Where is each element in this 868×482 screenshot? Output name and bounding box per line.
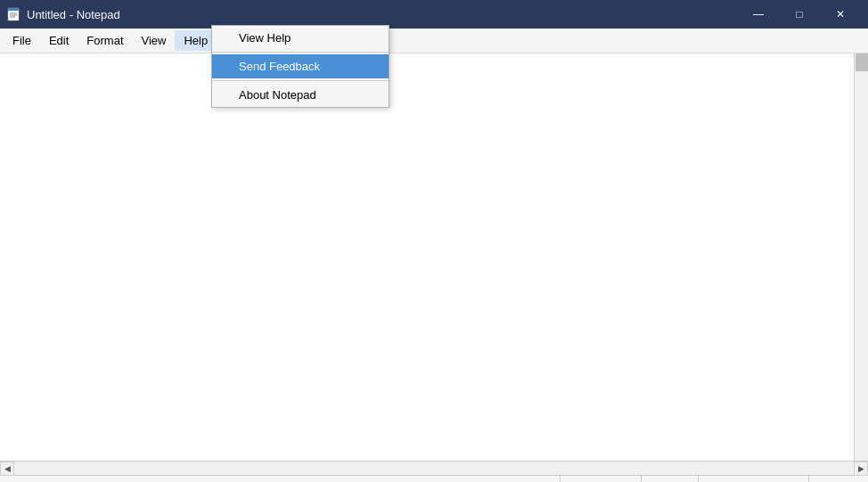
title-bar-left: Untitled - Notepad [7, 7, 120, 21]
menu-send-feedback[interactable]: Send Feedback [212, 54, 389, 78]
dropdown-divider-2 [212, 80, 389, 81]
status-line-ending: Windows (CRLF) [698, 476, 808, 482]
status-position: Ln 1, Col 1 [560, 476, 641, 482]
menu-view-help[interactable]: View Help [212, 26, 389, 50]
title-bar-controls: — □ ✕ [738, 0, 861, 29]
menu-item-edit[interactable]: Edit [40, 30, 78, 51]
horizontal-scrollbar-track[interactable] [14, 462, 854, 475]
status-encoding: UTF-8 [808, 476, 868, 482]
menu-bar: File Edit Format View Help [0, 29, 868, 53]
scroll-left-button[interactable]: ◀ [0, 462, 14, 476]
close-button[interactable]: ✕ [820, 0, 861, 29]
status-bar: Ln 1, Col 1 100% Windows (CRLF) UTF-8 [0, 475, 868, 482]
menu-item-format[interactable]: Format [78, 30, 132, 51]
horizontal-scrollbar: ◀ ▶ [0, 461, 868, 475]
vertical-scrollbar[interactable] [854, 53, 868, 461]
vertical-scrollbar-thumb[interactable] [856, 53, 868, 71]
svg-rect-1 [8, 8, 19, 11]
dropdown-divider [212, 52, 389, 53]
status-zoom: 100% [641, 476, 698, 482]
minimize-button[interactable]: — [738, 0, 779, 29]
maximize-button[interactable]: □ [779, 0, 820, 29]
editor-container [0, 53, 868, 461]
window-title: Untitled - Notepad [27, 8, 120, 21]
editor-textarea[interactable] [0, 53, 854, 461]
scroll-right-button[interactable]: ▶ [854, 462, 868, 476]
menu-item-view[interactable]: View [133, 30, 176, 51]
app-icon [7, 7, 21, 21]
help-dropdown-menu: View Help Send Feedback About Notepad [211, 25, 389, 108]
menu-about-notepad[interactable]: About Notepad [212, 83, 389, 107]
title-bar: Untitled - Notepad — □ ✕ [0, 0, 868, 29]
menu-item-file[interactable]: File [4, 30, 40, 51]
